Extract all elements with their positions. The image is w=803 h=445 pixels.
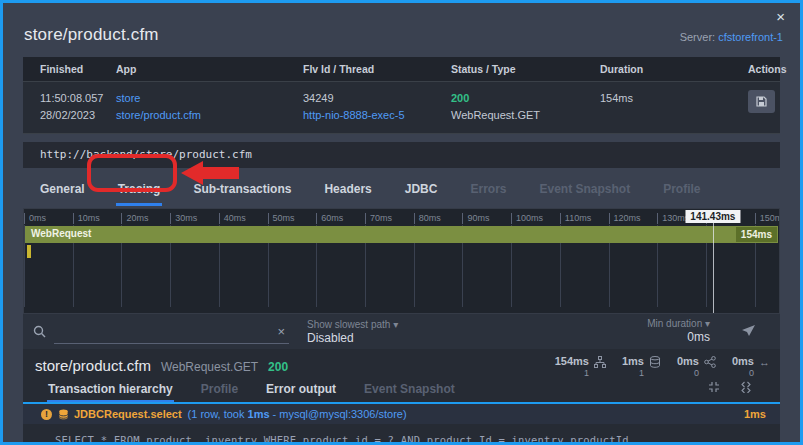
metric-jdbc: 1ms 1 (622, 355, 661, 378)
jdbc-tree-row[interactable]: ! JDBCRequest.select (1 row, took 1ms - … (23, 402, 780, 424)
detail-title: store/product.cfm (35, 357, 151, 374)
ruler-tick: 150ms (755, 213, 780, 224)
cell-actions (748, 90, 785, 124)
search-field-wrap: × (54, 320, 289, 344)
app-page-link[interactable]: store/product.cfm (116, 107, 303, 124)
tab-jdbc[interactable]: JDBC (403, 178, 440, 206)
metric-jdbc-count: 1 (622, 368, 644, 378)
alert-icon: ! (41, 409, 52, 420)
col-actions: Actions (748, 63, 803, 75)
request-type: WebRequest.GET (451, 107, 600, 124)
details-action-button[interactable] (748, 90, 775, 113)
ruler-tick: 40ms (219, 213, 246, 224)
cell-status-type: 200 WebRequest.GET (451, 90, 600, 124)
page-title: store/product.cfm (24, 25, 159, 45)
tab-detail-event-snapshot: Event Snapshot (363, 380, 456, 402)
min-duration-dropdown[interactable]: Min duration ▾ 0ms (647, 318, 710, 344)
metric-transfer-count: 0 (732, 368, 754, 378)
floppy-icon (756, 96, 767, 107)
col-duration: Duration (600, 63, 748, 75)
col-status-type: Status / Type (451, 63, 600, 75)
jdbc-span-marker[interactable] (27, 245, 31, 258)
ruler-tick: 120ms (609, 213, 641, 224)
titlebar: store/product.cfm × Server: cfstorefront… (3, 3, 800, 55)
detail-tab-bar: Transaction hierarchy Profile Error outp… (47, 380, 780, 402)
tab-error-output[interactable]: Error output (265, 380, 337, 402)
detail-request-type: WebRequest.GET (161, 360, 258, 374)
col-app: App (116, 63, 303, 75)
metric-jdbc-value: 1ms (622, 355, 644, 367)
tab-profile: Profile (661, 178, 702, 206)
metric-total-value: 154ms (555, 355, 589, 367)
ruler-tick: 10ms (73, 213, 100, 224)
finished-time: 11:50:08.057 (40, 90, 116, 107)
clear-search-icon[interactable]: × (273, 324, 289, 339)
transfer-icon: ↔ (759, 356, 770, 368)
collapse-all-icon[interactable] (708, 381, 720, 393)
cell-app: store store/product.cfm (116, 90, 303, 124)
table-row: 11:50:08.057 28/02/2023 store store/prod… (23, 81, 780, 134)
jdbc-datasource-link[interactable]: mysql@mysql:3306/store (279, 408, 403, 420)
cell-duration: 154ms (600, 90, 748, 124)
server-link[interactable]: cfstorefront-1 (718, 31, 783, 43)
tab-tracing[interactable]: Tracing (116, 178, 163, 206)
ruler-tick: 30ms (170, 213, 197, 224)
jdbc-row-duration: 1ms (744, 408, 766, 420)
flv-id: 34249 (303, 90, 451, 107)
tab-bar: General Tracing Sub-transactions Headers… (23, 178, 780, 206)
jdbc-request-info: (1 row, took 1ms - mysql@mysql:3306/stor… (188, 408, 407, 420)
slowest-path-label: Show slowest path ▾ (307, 319, 398, 330)
tab-event-snapshot: Event Snapshot (537, 178, 632, 206)
metric-transfer-value: 0ms (732, 355, 754, 367)
ruler-tick: 70ms (365, 213, 392, 224)
metric-external-value: 0ms (677, 355, 699, 367)
ruler-tick: 110ms (560, 213, 591, 224)
tab-general[interactable]: General (38, 178, 87, 206)
server-info: Server: cfstorefront-1 (680, 31, 783, 43)
tab-transaction-hierarchy[interactable]: Transaction hierarchy (47, 380, 174, 402)
slowest-path-value: Disabled (307, 331, 398, 345)
share-icon (704, 356, 716, 368)
transaction-details-dialog: store/product.cfm × Server: cfstorefront… (0, 0, 803, 445)
expand-all-icon[interactable] (740, 381, 752, 393)
col-flvid-thread: Flv Id / Thread (303, 63, 451, 75)
ruler-tick: 80ms (414, 213, 441, 224)
hierarchy-icon (594, 356, 606, 368)
finished-date: 28/02/2023 (40, 107, 116, 124)
ruler-tick: 60ms (316, 213, 343, 224)
timing-metrics: 154ms 1 1ms 1 0ms 0 (555, 355, 770, 378)
send-icon[interactable] (741, 324, 756, 337)
trace-timeline: 0ms10ms20ms30ms40ms50ms60ms70ms80ms90ms1… (23, 208, 780, 314)
metric-external: 0ms 0 (677, 355, 716, 378)
webrequest-bar[interactable]: WebRequest 154ms (25, 226, 778, 243)
search-input[interactable] (54, 325, 273, 337)
webrequest-duration-chip: 154ms (736, 227, 777, 242)
server-label: Server: (680, 31, 715, 43)
metric-transfer: 0ms 0 ↔ (732, 355, 770, 378)
tab-detail-profile: Profile (200, 380, 239, 402)
metric-total-count: 1 (555, 368, 589, 378)
transaction-table: Finished App Flv Id / Thread Status / Ty… (23, 57, 780, 134)
cell-flvid-thread: 34249 http-nio-8888-exec-5 (303, 90, 451, 124)
database-icon (649, 356, 661, 368)
app-link[interactable]: store (116, 90, 303, 107)
jdbc-request-name: JDBCRequest.select (74, 408, 182, 420)
trace-filter-bar: × Show slowest path ▾ Disabled Min durat… (23, 314, 780, 349)
cursor-time-label: 141.43ms (685, 210, 740, 223)
table-header: Finished App Flv Id / Thread Status / Ty… (23, 57, 780, 81)
jdbc-database-icon (58, 409, 69, 420)
close-icon[interactable]: × (776, 9, 785, 24)
min-duration-label: Min duration ▾ (647, 318, 710, 329)
ruler-tick: 90ms (462, 213, 489, 224)
tab-sub-transactions[interactable]: Sub-transactions (191, 178, 293, 206)
timeline-cursor: 141.43ms (713, 223, 714, 313)
slowest-path-dropdown[interactable]: Show slowest path ▾ Disabled (307, 319, 398, 345)
tab-headers[interactable]: Headers (322, 178, 373, 206)
metric-total: 154ms 1 (555, 355, 606, 378)
request-url-bar: http://backend/store/product.cfm (23, 142, 780, 168)
ruler-tick: 100ms (511, 213, 543, 224)
thread-link[interactable]: http-nio-8888-exec-5 (303, 107, 451, 124)
ruler-tick: 0ms (24, 213, 46, 224)
timeline-ruler: 0ms10ms20ms30ms40ms50ms60ms70ms80ms90ms1… (24, 209, 779, 225)
webrequest-bar-label: WebRequest (31, 228, 91, 239)
